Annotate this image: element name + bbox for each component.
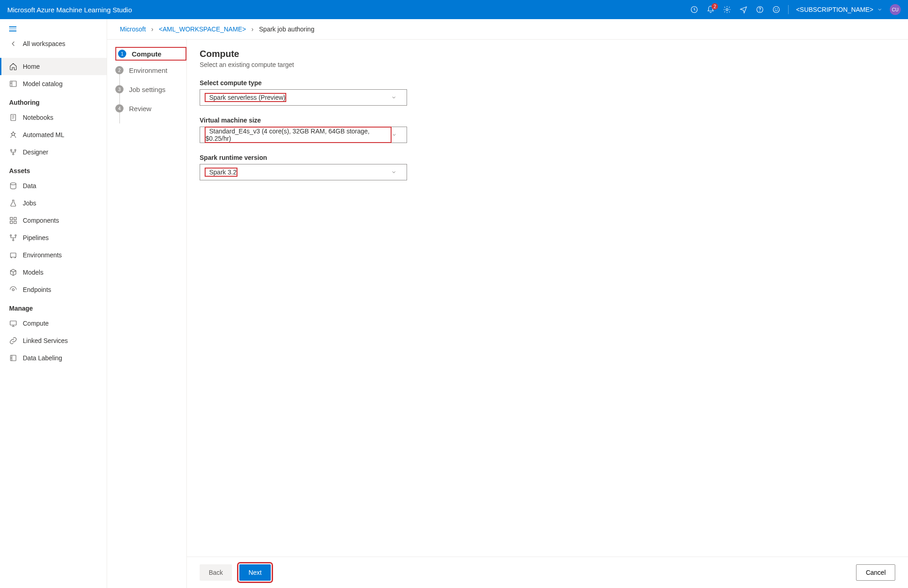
svg-point-9 [10,149,12,151]
svg-point-3 [760,11,760,11]
sidebar-label: Pipelines [23,234,49,241]
breadcrumb-workspace[interactable]: <AML_WORKSPACE_NAME> [159,26,246,33]
wizard-step-job-settings[interactable]: 3 Job settings [115,80,186,99]
catalog-icon [9,80,17,88]
spark-runtime-label: Spark runtime version [200,154,895,161]
notebook-icon [9,113,17,122]
svg-point-6 [777,9,778,9]
components-icon [9,216,17,225]
arrow-left-icon [9,40,17,48]
svg-point-11 [13,153,14,155]
subscription-selector[interactable]: <SUBSCRIPTION_NAME> [796,6,882,13]
endpoint-icon [9,286,17,294]
wizard-footer: Back Next Cancel [187,557,908,588]
notification-badge: 2 [712,3,718,10]
clock-icon[interactable] [690,5,699,14]
flask-icon [9,199,17,207]
sidebar-item-home[interactable]: Home [0,58,107,75]
svg-point-5 [775,9,776,9]
next-button[interactable]: Next [239,564,271,581]
sidebar-item-notebooks[interactable]: Notebooks [0,109,107,126]
sidebar-item-jobs[interactable]: Jobs [0,194,107,212]
breadcrumb: Microsoft › <AML_WORKSPACE_NAME> › Spark… [107,19,908,40]
svg-rect-13 [10,217,12,220]
sidebar-item-data[interactable]: Data [0,177,107,194]
topbar-actions: 2 <SUBSCRIPTION_NAME> CU [690,4,901,15]
sidebar-label: Models [23,269,43,276]
breadcrumb-root[interactable]: Microsoft [120,26,146,33]
spark-runtime-value: Spark 3.2 [206,165,237,179]
connector-line [119,111,120,123]
hamburger-menu[interactable] [0,23,107,35]
help-icon[interactable] [755,5,764,14]
svg-point-19 [13,239,14,240]
sidebar-item-model-catalog[interactable]: Model catalog [0,75,107,92]
compute-type-select[interactable]: Spark serverless (Preview) [200,89,407,106]
sidebar-label: Automated ML [23,131,64,138]
sidebar: All workspaces Home Model catalog Author… [0,19,107,588]
vm-size-select[interactable]: Standard_E4s_v3 (4 core(s), 32GB RAM, 64… [200,127,407,143]
sidebar-label: Endpoints [23,286,51,293]
sidebar-item-designer[interactable]: Designer [0,143,107,161]
link-icon [9,337,17,345]
sidebar-item-compute[interactable]: Compute [0,315,107,332]
designer-icon [9,148,17,156]
automl-icon [9,131,17,139]
chevron-down-icon [392,132,397,138]
user-avatar[interactable]: CU [890,4,901,15]
sidebar-label: Home [23,63,40,70]
wizard-step-environment[interactable]: 2 Environment [115,61,186,80]
svg-rect-15 [10,221,12,223]
sidebar-item-linked-services[interactable]: Linked Services [0,332,107,349]
home-icon [9,62,17,71]
sidebar-label: All workspaces [23,40,65,47]
sidebar-item-environments[interactable]: Environments [0,246,107,264]
env-icon [9,251,17,259]
settings-icon[interactable] [722,5,732,14]
sidebar-label: Data [23,182,36,189]
sidebar-item-automl[interactable]: Automated ML [0,126,107,143]
data-icon [9,182,17,190]
smile-icon[interactable] [772,5,781,14]
chevron-down-icon [391,95,397,100]
svg-point-21 [12,288,15,291]
sidebar-item-pipelines[interactable]: Pipelines [0,229,107,246]
topbar: Microsoft Azure Machine Learning Studio … [0,0,908,19]
sidebar-heading-assets: Assets [0,161,107,177]
svg-rect-7 [10,81,16,87]
svg-rect-16 [14,221,16,223]
sidebar-item-endpoints[interactable]: Endpoints [0,281,107,298]
sidebar-label: Notebooks [23,114,53,121]
sidebar-item-components[interactable]: Components [0,212,107,229]
sidebar-item-data-labeling[interactable]: Data Labeling [0,349,107,367]
sidebar-item-models[interactable]: Models [0,264,107,281]
compute-type-label: Select compute type [200,79,895,87]
box-icon [9,268,17,276]
step-number: 3 [115,85,124,93]
subscription-name: <SUBSCRIPTION_NAME> [796,6,873,13]
svg-point-1 [726,9,728,11]
feedback-icon[interactable] [739,5,748,14]
cancel-button[interactable]: Cancel [856,564,895,581]
divider [788,5,789,14]
svg-rect-22 [10,321,16,325]
svg-rect-8 [11,114,16,121]
svg-point-18 [15,235,16,236]
sidebar-label: Designer [23,148,48,156]
sidebar-label: Compute [23,320,49,327]
page-title: Compute [200,49,895,59]
sidebar-label: Linked Services [23,337,68,344]
step-label: Compute [132,50,161,58]
svg-point-12 [10,183,16,185]
step-label: Review [129,105,151,112]
wizard-step-review[interactable]: 4 Review [115,99,186,118]
back-button[interactable]: Back [200,564,232,581]
step-label: Job settings [129,86,165,93]
sidebar-heading-manage: Manage [0,298,107,315]
wizard-step-compute[interactable]: 1 Compute [115,47,186,61]
notifications-icon[interactable]: 2 [706,5,715,14]
step-label: Environment [129,66,167,74]
sidebar-label: Jobs [23,199,36,207]
all-workspaces-link[interactable]: All workspaces [0,35,107,52]
spark-runtime-select[interactable]: Spark 3.2 [200,164,407,180]
